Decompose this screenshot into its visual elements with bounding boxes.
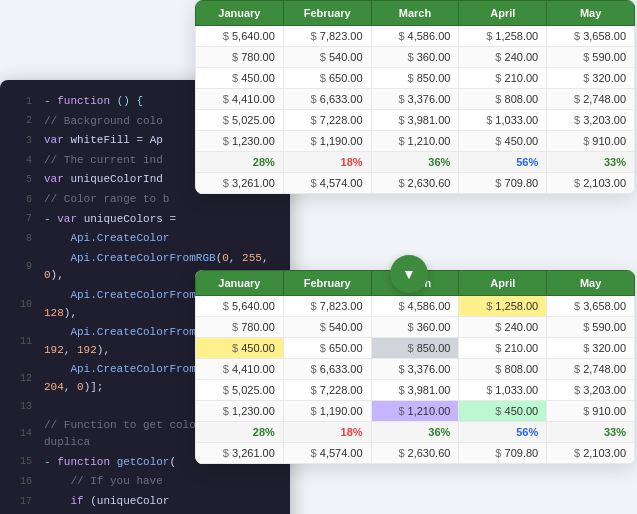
table-row: $ 5,025.00 $ 7,228.00 $ 3,981.00 $ 1,033… bbox=[196, 380, 635, 401]
percentage-row: 28% 18% 36% 56% 33% bbox=[196, 152, 635, 173]
code-line-7: 7 - var uniqueColors = bbox=[0, 210, 290, 230]
header-february: February bbox=[283, 1, 371, 26]
code-line-8: 8 Api.CreateColor bbox=[0, 229, 290, 249]
table-row: $ 4,410.00 $ 6,633.00 $ 3,376.00 $ 808.0… bbox=[196, 359, 635, 380]
table-row: $ 1,230.00 $ 1,190.00 $ 1,210.00 $ 450.0… bbox=[196, 401, 635, 422]
top-spreadsheet: January February March April May $ 5,640… bbox=[195, 0, 635, 194]
table-row: $ 3,261.00 $ 4,574.00 $ 2,630.60 $ 709.8… bbox=[196, 173, 635, 194]
header-april-2: April bbox=[459, 271, 547, 296]
header-january: January bbox=[196, 1, 284, 26]
expand-button[interactable] bbox=[390, 255, 428, 293]
header-january-2: January bbox=[196, 271, 284, 296]
table-row: $ 4,410.00 $ 6,633.00 $ 3,376.00 $ 808.0… bbox=[196, 89, 635, 110]
header-april: April bbox=[459, 1, 547, 26]
bottom-spreadsheet: January February March April May $ 5,640… bbox=[195, 270, 635, 464]
header-may: May bbox=[547, 1, 635, 26]
code-line-16: 16 // If you have bbox=[0, 472, 290, 492]
table-row: $ 5,640.00 $ 7,823.00 $ 4,586.00 $ 1,258… bbox=[196, 26, 635, 47]
header-may-2: May bbox=[547, 271, 635, 296]
table-row: $ 450.00 $ 650.00 $ 850.00 $ 210.00 $ 32… bbox=[196, 338, 635, 359]
header-march: March bbox=[371, 1, 459, 26]
table-row: $ 3,261.00 $ 4,574.00 $ 2,630.60 $ 709.8… bbox=[196, 443, 635, 464]
code-line-17: 17 if (uniqueColor bbox=[0, 492, 290, 512]
header-february-2: February bbox=[283, 271, 371, 296]
table-row: $ 450.00 $ 650.00 $ 850.00 $ 210.00 $ 32… bbox=[196, 68, 635, 89]
table-row: $ 780.00 $ 540.00 $ 360.00 $ 240.00 $ 59… bbox=[196, 317, 635, 338]
table-row: $ 780.00 $ 540.00 $ 360.00 $ 240.00 $ 59… bbox=[196, 47, 635, 68]
percentage-row-2: 28% 18% 36% 56% 33% bbox=[196, 422, 635, 443]
table-row: $ 5,640.00 $ 7,823.00 $ 4,586.00 $ 1,258… bbox=[196, 296, 635, 317]
table-row: $ 5,025.00 $ 7,228.00 $ 3,981.00 $ 1,033… bbox=[196, 110, 635, 131]
table-row: $ 1,230.00 $ 1,190.00 $ 1,210.00 $ 450.0… bbox=[196, 131, 635, 152]
